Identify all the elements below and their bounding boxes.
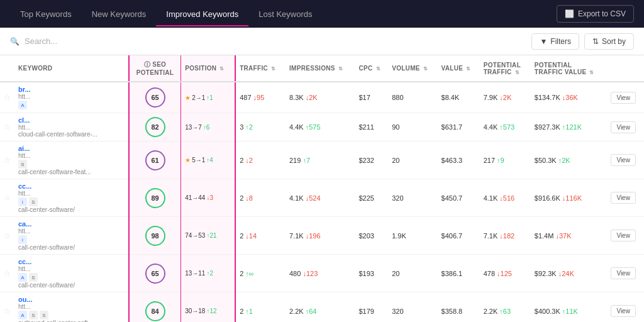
impressions-change: ↑7 [303,157,310,164]
pot-traffic-change: ↓125 [497,270,512,277]
favorite-star[interactable]: ☆ [4,194,11,203]
position-change: 41→44 ↓3 [185,194,231,201]
col-header-volume: VOLUME ⇅ [388,55,437,82]
position-direction: ↑21 [206,232,216,239]
top-position-star: ★ [185,94,191,101]
seo-circle: 65 [145,264,165,284]
traffic-cell: 2 ↓14 [235,217,286,255]
filter-icon: ▼ [540,37,547,46]
keywords-table: KEYWORD ⓘ SEOPOTENTIAL POSITION ⇅ TRAFFI… [0,55,644,322]
keyword-short-url: htt... [18,265,125,272]
position-direction: ↑2 [206,270,213,277]
view-button[interactable]: View [611,154,636,166]
keyword-full-url: call-center-software/ [18,206,125,213]
col-header-pot-traffic: POTENTIALTRAFFIC ⇅ [480,55,531,82]
position-direction: ↑12 [206,308,216,314]
volume-cell: 320 [388,179,437,217]
seo-potential-cell: 98 [129,217,181,255]
keyword-name: cc... [18,182,125,190]
traffic-cell: 2 ↓8 [235,179,286,217]
view-button[interactable]: View [611,267,636,279]
position-change: 13→11 ↑2 [185,270,231,277]
favorite-star[interactable]: ☆ [4,231,11,240]
keyword-full-url: cloud-call-center-software-... [18,131,125,138]
nav-tab-improved-keywords[interactable]: Improved Keywords [156,2,248,26]
view-button[interactable]: View [611,230,636,242]
search-icon: 🔍 [10,37,19,46]
seo-potential-cell: 82 [129,113,181,142]
export-csv-button[interactable]: ⬜ Export to CSV [557,5,634,23]
potential-traffic-cell: 7.1K ↓182 [480,217,531,255]
keyword-icon: A [18,273,27,282]
position-value: 13→11 [185,270,205,277]
favorite-cell: ☆ [0,255,14,292]
seo-circle: 98 [145,226,165,246]
nav-tab-new-keywords[interactable]: New Keywords [82,2,157,26]
sort-label: Sort by [602,37,626,46]
search-input[interactable] [25,36,531,46]
keyword-cell: cl... htt... cloud-call-center-software-… [14,113,129,142]
potential-traffic-cell: 2.2K ↑63 [480,292,531,323]
value-cell: $450.7 [438,179,480,217]
position-cell: 30→18 ↑12 [181,292,235,323]
position-value: 2→1 [192,94,205,101]
position-direction: ↓3 [206,194,213,201]
favorite-star[interactable]: ☆ [4,123,11,131]
view-button[interactable]: View [611,305,636,317]
view-button[interactable]: View [611,92,636,104]
favorite-star[interactable]: ☆ [4,156,11,165]
favorite-star[interactable]: ☆ [4,307,11,316]
position-value: 13→7 [185,124,202,131]
seo-circle: 61 [145,150,165,170]
filters-button[interactable]: ▼ Filters [531,33,579,50]
impressions-change: ↓2K [306,94,318,101]
col-header-value: VALUE ⇅ [438,55,480,82]
potential-value-cell: $927.3K ↑121K [531,113,608,142]
keyword-name: ca... [18,220,125,228]
potential-value-cell: $916.6K ↓116K [531,179,608,217]
nav-tab-top-keywords[interactable]: Top Keywords [10,2,82,26]
impressions-change: ↑575 [306,123,321,131]
nav-tab-lost-keywords[interactable]: Lost Keywords [248,2,322,26]
impressions-change: ↓123 [303,270,318,277]
filters-label: Filters [550,37,571,46]
traffic-change: ↓14 [245,232,257,240]
pot-traffic-change: ↑9 [497,157,504,164]
view-button[interactable]: View [611,192,636,204]
position-direction: ↑1 [206,94,213,101]
col-header-position: POSITION ⇅ [181,55,235,82]
view-cell: View [607,142,644,179]
table-row: ☆ ai... htt... S call-center-software-fe… [0,142,644,179]
favorite-cell: ☆ [0,217,14,255]
pot-value-change: ↑11K [562,308,578,315]
favorite-star[interactable]: ☆ [4,93,11,102]
keyword-short-url: htt... [18,303,125,310]
position-cell: 74→53 ↑21 [181,217,235,255]
search-bar: 🔍 ▼ Filters ⇅ Sort by [0,28,644,55]
traffic-change: ↑∞ [245,270,253,277]
favorite-star[interactable]: ☆ [4,269,11,278]
favorite-cell: ☆ [0,179,14,217]
keyword-name: cc... [18,258,125,265]
traffic-change: ↑1 [245,308,253,315]
view-button[interactable]: View [611,121,636,133]
position-value: 74→53 [185,232,205,239]
cpc-cell: $179 [355,292,388,323]
value-cell: $358.8 [438,292,480,323]
impressions-cell: 2.2K ↑64 [286,292,355,323]
potential-traffic-cell: 7.9K ↓2K [480,82,531,113]
top-nav: Top Keywords New Keywords Improved Keywo… [0,0,644,28]
pot-value-change: ↓36K [562,94,578,101]
pot-value-change: ↓37K [555,232,571,240]
sort-by-button[interactable]: ⇅ Sort by [584,33,634,50]
seo-circle: 82 [145,117,165,137]
impressions-change: ↓196 [306,232,321,240]
keyword-name: ai... [18,145,125,152]
volume-cell: 20 [388,255,437,292]
app-container: Top Keywords New Keywords Improved Keywo… [0,0,644,322]
seo-potential-cell: 61 [129,142,181,179]
cpc-cell: $17 [355,82,388,113]
position-change: ★ 5→1 ↑4 [185,157,231,164]
position-cell: 41→44 ↓3 [181,179,235,217]
position-change: 13→7 ↑6 [185,124,231,131]
